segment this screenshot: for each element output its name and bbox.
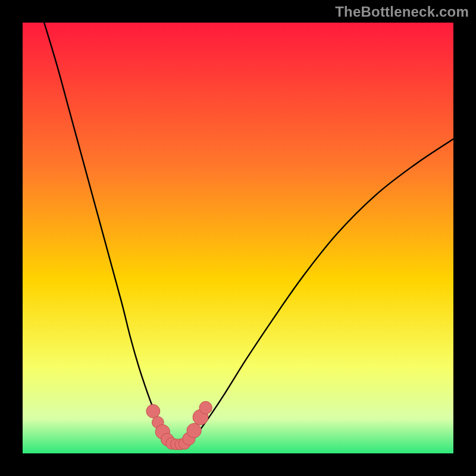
chart-svg xyxy=(23,23,453,453)
gradient-background xyxy=(23,23,453,453)
watermark-text: TheBottleneck.com xyxy=(335,4,469,20)
data-marker xyxy=(187,423,201,437)
data-marker xyxy=(146,405,160,418)
data-marker xyxy=(199,402,212,414)
chart-frame: TheBottleneck.com xyxy=(0,0,476,476)
chart-plot-area xyxy=(23,23,453,453)
